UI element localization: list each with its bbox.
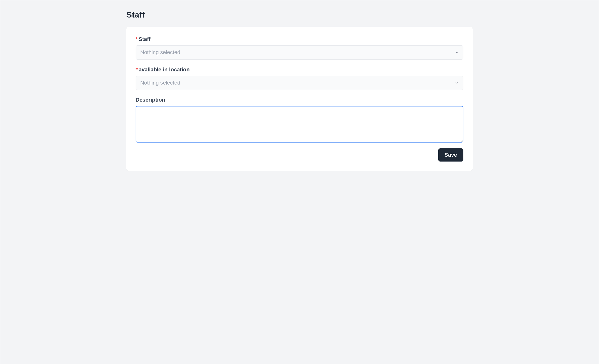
form-group-location: *avaliable in location Nothing selected	[136, 67, 463, 90]
staff-select-value: Nothing selected	[140, 49, 180, 56]
staff-label-text: Staff	[139, 36, 151, 42]
description-textarea[interactable]	[136, 106, 463, 143]
staff-select[interactable]: Nothing selected	[136, 45, 463, 60]
staff-label: *Staff	[136, 36, 463, 42]
page-title: Staff	[126, 10, 473, 19]
location-label: *avaliable in location	[136, 67, 463, 73]
form-group-staff: *Staff Nothing selected	[136, 36, 463, 60]
location-select[interactable]: Nothing selected	[136, 76, 463, 90]
save-button[interactable]: Save	[438, 148, 463, 162]
staff-form-card: *Staff Nothing selected *avaliable	[126, 27, 473, 171]
location-label-text: avaliable in location	[139, 67, 190, 73]
required-asterisk: *	[136, 67, 138, 73]
form-group-description: Description	[136, 97, 463, 144]
form-actions: Save	[136, 148, 463, 162]
location-select-value: Nothing selected	[140, 79, 180, 86]
required-asterisk: *	[136, 36, 138, 42]
description-label: Description	[136, 97, 463, 103]
